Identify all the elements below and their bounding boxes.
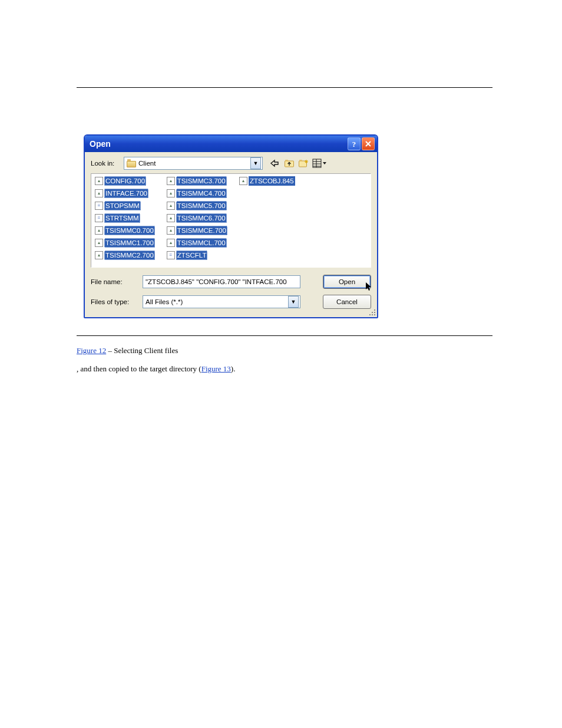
- image-file-icon: ▴: [167, 189, 175, 197]
- file-item[interactable]: ▴TSISMMC1.700: [95, 238, 155, 248]
- up-one-level-icon[interactable]: [284, 159, 295, 168]
- cursor-arrow-icon: [366, 282, 373, 292]
- open-button[interactable]: Open: [323, 275, 371, 289]
- file-column-3: ▴ZTSCOBJ.845: [239, 176, 295, 260]
- horizontal-rule-mid: [77, 335, 492, 336]
- open-dialog: Open ? Look in: Client ▼: [84, 134, 378, 318]
- file-item[interactable]: ≡ZTSCFLT: [167, 251, 227, 260]
- file-item[interactable]: ▴TSISMMC0.700: [95, 226, 155, 235]
- text-file-icon: ≡: [95, 214, 103, 222]
- image-file-icon: ▴: [95, 226, 103, 235]
- back-icon[interactable]: [270, 159, 280, 168]
- nav-icon-bar: [270, 159, 326, 168]
- horizontal-rule-top: [77, 87, 492, 88]
- text-file-icon: ≡: [167, 251, 175, 259]
- file-type-combo[interactable]: All Files (*.*) ▼: [143, 295, 300, 308]
- file-type-label: Files of type:: [91, 298, 139, 305]
- image-file-icon: ▴: [167, 177, 175, 185]
- caption-text: – Selecting Client files: [106, 346, 178, 355]
- text-file-icon: ≡: [95, 202, 103, 210]
- image-file-icon: ▴: [95, 177, 103, 185]
- file-item[interactable]: ▴TSISMMCL.700: [167, 238, 227, 248]
- resize-grip[interactable]: [367, 307, 375, 315]
- chevron-down-icon[interactable]: ▼: [250, 157, 261, 169]
- titlebar-buttons: ?: [348, 137, 375, 150]
- new-folder-icon[interactable]: [298, 159, 309, 168]
- file-type-value: All Files (*.*): [146, 298, 288, 305]
- body-text-line: , and then copied to the target director…: [77, 363, 235, 375]
- caption-line: Figure 12 – Selecting Client files: [77, 344, 178, 357]
- file-name-input[interactable]: [143, 275, 300, 288]
- image-file-icon: ▴: [167, 214, 175, 222]
- file-list-area[interactable]: ▴CONFIG.700 ▴INTFACE.700 ≡STOPSMM ≡STRTS…: [91, 173, 371, 268]
- chevron-down-icon[interactable]: ▼: [288, 296, 299, 308]
- file-item[interactable]: ▴TSISMMC2.700: [95, 251, 155, 260]
- image-file-icon: ▴: [167, 226, 175, 235]
- file-name-row: File name: Open: [91, 275, 371, 289]
- file-item[interactable]: ▴CONFIG.700: [95, 176, 155, 186]
- cancel-button[interactable]: Cancel: [323, 295, 371, 309]
- look-in-value: Client: [138, 160, 250, 167]
- file-name-label: File name:: [91, 278, 139, 285]
- file-item[interactable]: ▴TSISMMC3.700: [167, 176, 227, 186]
- file-item[interactable]: ≡STOPSMM: [95, 201, 155, 210]
- svg-text:?: ?: [352, 140, 356, 148]
- image-file-icon: ▴: [95, 189, 103, 197]
- file-item[interactable]: ▴TSISMMC6.700: [167, 213, 227, 223]
- folder-icon: [127, 159, 136, 167]
- view-menu-icon[interactable]: [312, 159, 326, 168]
- help-button[interactable]: ?: [348, 137, 361, 150]
- svg-rect-2: [285, 160, 288, 162]
- look-in-combo[interactable]: Client ▼: [124, 157, 263, 170]
- look-in-label: Look in:: [91, 160, 120, 167]
- file-item[interactable]: ▴INTFACE.700: [95, 189, 155, 198]
- dialog-title: Open: [90, 139, 111, 149]
- file-item[interactable]: ▴TSISMMC4.700: [167, 189, 227, 198]
- title-bar[interactable]: Open ?: [85, 136, 377, 152]
- image-file-icon: ▴: [167, 239, 175, 247]
- file-column-2: ▴TSISMMC3.700 ▴TSISMMC4.700 ▴TSISMMC5.70…: [167, 176, 227, 260]
- file-type-row: Files of type: All Files (*.*) ▼ Cancel: [91, 295, 371, 309]
- image-file-icon: ▴: [95, 239, 103, 247]
- image-file-icon: ▴: [167, 202, 175, 210]
- figure-12-link[interactable]: Figure 12: [77, 346, 106, 355]
- close-button[interactable]: [362, 137, 375, 150]
- file-item[interactable]: ▴ZTSCOBJ.845: [239, 176, 295, 186]
- file-item[interactable]: ▴TSISMMC5.700: [167, 201, 227, 210]
- image-file-icon: ▴: [239, 177, 247, 185]
- figure-13-link[interactable]: Figure 13: [201, 364, 231, 373]
- file-item[interactable]: ▴TSISMMCE.700: [167, 226, 227, 235]
- file-item[interactable]: ≡STRTSMM: [95, 213, 155, 223]
- image-file-icon: ▴: [95, 251, 103, 259]
- svg-rect-4: [299, 160, 302, 162]
- file-column-1: ▴CONFIG.700 ▴INTFACE.700 ≡STOPSMM ≡STRTS…: [95, 176, 155, 260]
- look-in-row: Look in: Client ▼: [91, 157, 371, 170]
